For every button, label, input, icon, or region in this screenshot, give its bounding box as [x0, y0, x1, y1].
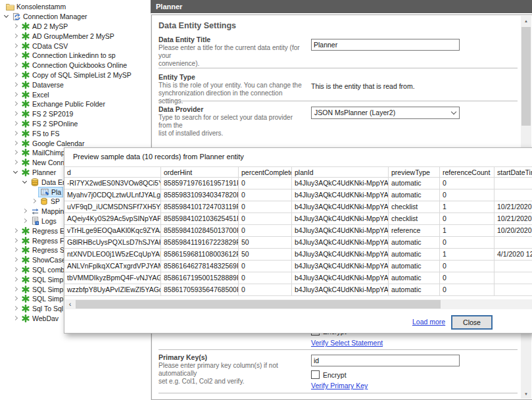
tree-item-content: Connection Linkedinn to sp [20, 51, 117, 60]
chevron-right-icon[interactable] [12, 286, 20, 293]
tree-item-connection-linkedinn-to-sp[interactable]: Connection Linkedinn to sp [0, 51, 149, 61]
table-cell: 0 [440, 272, 495, 284]
connection-icon [21, 255, 30, 264]
horizontal-scrollbar[interactable]: ‹ [65, 299, 532, 309]
table-cell: 0 [440, 213, 495, 225]
chevron-right-icon[interactable] [12, 227, 20, 235]
tree-item-excel[interactable]: Excel [0, 89, 149, 99]
scrollbar-thumb[interactable] [521, 27, 531, 126]
tree-item-content: FS to FS [20, 129, 60, 138]
chevron-right-icon[interactable] [12, 91, 20, 99]
chevron-right-icon[interactable] [12, 159, 20, 166]
tree-item-exchange-public-folder[interactable]: Exchange Public Folder [0, 99, 149, 109]
table-cell: 0 [239, 189, 292, 201]
chevron-right-icon[interactable] [12, 51, 20, 59]
primary-key-input[interactable] [311, 355, 460, 366]
chevron-right-icon[interactable] [12, 295, 20, 303]
table-cell: b4Jluy3AQkC4UdKNki-MppYAATXf [292, 201, 389, 213]
tree-item-content: SQL Simple [20, 294, 70, 303]
connection-icon [21, 80, 30, 89]
chevron-right-icon[interactable] [12, 22, 20, 30]
column-header[interactable]: previewType [389, 166, 440, 178]
scroll-up-icon[interactable]: ▲ [521, 16, 531, 26]
data-provider-select[interactable]: JSON MsPlanner (Layer2) [311, 107, 460, 119]
tree-item-connection-quickbooks-online[interactable]: Connection Quickbooks Online [0, 61, 149, 70]
tree-item-fs-2-sp2019[interactable]: FS 2 SP2019 [0, 109, 149, 119]
tree-item-cdata-csv[interactable]: CData CSV [0, 41, 149, 51]
chevron-right-icon[interactable] [12, 120, 20, 128]
scroll-left-icon[interactable]: ‹ [65, 299, 75, 309]
table-cell: b4Jluy3AQkC4UdKNki-MppYAATXf [292, 225, 389, 237]
column-header[interactable]: startDateTime [495, 166, 532, 178]
tree-item-content: Konsolenstamm [4, 2, 67, 11]
table-cell: b4Jluy3AQkC4UdKNki-MppYAATXf [292, 272, 389, 284]
chevron-right-icon[interactable] [12, 61, 20, 69]
tree-item-google-calendar[interactable]: Google Calendar [0, 138, 149, 148]
chevron-right-icon[interactable] [12, 81, 20, 89]
verify-select-statement-link[interactable]: Verify Select Statement [311, 339, 383, 347]
chevron-right-icon[interactable] [12, 42, 20, 50]
chevron-right-icon[interactable] [12, 149, 20, 157]
section-heading: Data Entity Settings [158, 21, 236, 30]
tree-item-dataverse[interactable]: Dataverse [0, 80, 149, 89]
tree-item-content: Sql To Sql [20, 304, 64, 313]
entity-type-label: Entity Type [158, 73, 195, 81]
column-header[interactable]: orderHint [161, 166, 239, 178]
tree-item-content: AD 2 MySP [20, 22, 69, 31]
verify-primary-key-link[interactable]: Verify Primary Key [311, 382, 368, 389]
scrollbar-thumb[interactable] [76, 300, 441, 309]
table-cell [495, 272, 532, 284]
encrypt-checkbox[interactable] [311, 370, 320, 379]
close-button[interactable]: Close [451, 315, 493, 330]
table-cell: automatic [389, 237, 440, 249]
chevron-down-icon[interactable] [12, 168, 20, 176]
data-entity-title-input[interactable] [311, 39, 460, 51]
load-more-link[interactable]: Load more [412, 318, 445, 326]
scroll-down-icon[interactable]: ▼ [521, 389, 531, 399]
table-cell: 10/20/2020 1 [495, 225, 532, 237]
column-header[interactable]: d [64, 166, 161, 178]
chevron-right-icon[interactable] [12, 256, 20, 264]
table-cell: 0 [440, 261, 495, 272]
chevron-down-icon[interactable] [3, 12, 11, 20]
table-cell: 0 [239, 261, 292, 272]
column-header[interactable]: planId [292, 166, 389, 178]
tree-item-content: SQL comb [20, 265, 66, 274]
chevron-right-icon[interactable] [12, 266, 20, 274]
table-cell: Myahv7j0CDQLztwULnfJYALga3 [64, 189, 161, 201]
chevron-right-icon[interactable] [12, 130, 20, 138]
tree-item-fs-2-sponline[interactable]: FS 2 SPOnline [0, 119, 149, 129]
tree-item-connection-manager[interactable]: Connection Manager [0, 12, 149, 22]
chevron-right-icon[interactable] [21, 207, 29, 215]
tree-item-copy-of-sql-simplelist-2-mysp[interactable]: Copy of SQL SimpleList 2 MySP [0, 70, 149, 80]
column-header[interactable]: referenceCount [440, 166, 495, 178]
tree-item-ad-groupmember-2-mysp[interactable]: AD GroupMember 2 MySP [0, 31, 149, 41]
tree-item-content: Planner [20, 168, 57, 177]
chevron-right-icon[interactable] [12, 305, 20, 312]
tree-item-ad-2-mysp[interactable]: AD 2 MySP [0, 22, 149, 32]
chevron-right-icon[interactable] [12, 276, 20, 284]
tree-item-content: Exchange Public Folder [20, 99, 107, 109]
chevron-right-icon[interactable] [12, 246, 20, 254]
column-header[interactable]: percentComplete [239, 166, 292, 178]
tree-item-konsolenstamm[interactable]: Konsolenstamm [0, 2, 149, 12]
tree-item-fs-to-fs[interactable]: FS to FS [0, 128, 149, 138]
entity-icon [40, 188, 49, 197]
chevron-right-icon[interactable] [12, 100, 20, 108]
chevron-right-icon[interactable] [12, 314, 20, 322]
chevron-right-icon[interactable] [12, 110, 20, 118]
connection-icon [21, 139, 30, 148]
tree-item-label: AD 2 MySP [32, 22, 68, 31]
connection-icon [21, 265, 30, 274]
table-cell: G8lRHBcUysPQXLsD7hSJYAKv8V [64, 237, 161, 249]
chevron-right-icon[interactable] [12, 237, 20, 245]
chevron-right-icon[interactable] [12, 71, 20, 79]
chevron-right-icon[interactable] [30, 197, 38, 205]
chevron-right-icon[interactable] [12, 32, 20, 40]
tree-item-label: Connection Linkedinn to sp [32, 51, 116, 60]
table-cell: checklist [389, 213, 440, 225]
tree-item-label: Pla [51, 188, 61, 197]
chevron-right-icon[interactable] [12, 139, 20, 147]
chevron-down-icon[interactable] [21, 178, 29, 186]
chevron-right-icon[interactable] [21, 217, 29, 225]
